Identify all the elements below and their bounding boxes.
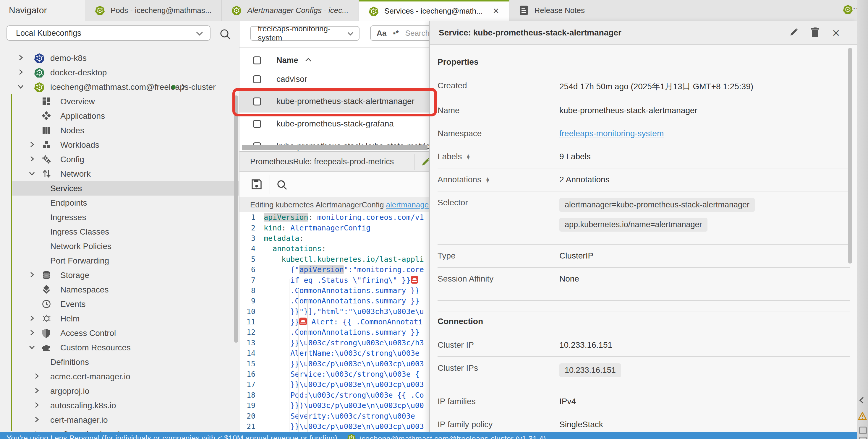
tab-4[interactable]: Release Notes xyxy=(509,0,595,21)
warning-triangle-icon[interactable] xyxy=(858,412,867,421)
cluster-tree: demo-k8s docker-desktop icecheng@mathmas… xyxy=(0,51,240,432)
tab-bar: Pods - icecheng@mathmas... Alertmanager … xyxy=(85,0,857,21)
close-icon[interactable]: ✕ xyxy=(832,27,840,39)
sidebar-item-events[interactable]: Events xyxy=(0,297,240,311)
select-all-checkbox[interactable] xyxy=(253,57,261,64)
chevron-right-icon[interactable] xyxy=(33,387,42,396)
sidebar-item-applications[interactable]: Applications xyxy=(0,109,240,123)
sidebar-item-namespaces[interactable]: Namespaces xyxy=(0,282,240,297)
tab-label: Release Notes xyxy=(534,6,585,15)
sort-updown-icon[interactable]: ▲▼ xyxy=(486,177,490,182)
service-row[interactable]: kube-prometheus-stack-alertmanager xyxy=(240,91,429,113)
sidebar-item-ingress-classes[interactable]: Ingress Classes xyxy=(0,225,240,239)
code-line: 7 if eq .Status \"firing\" }} xyxy=(240,275,429,285)
sidebar-item-helm[interactable]: Helm xyxy=(0,311,240,326)
detail-value: 10.233.16.151 xyxy=(559,340,612,350)
sidebar-item-access-control[interactable]: Access Control xyxy=(0,326,240,340)
alertmanager-config-link[interactable]: alertmanager xyxy=(386,200,429,209)
detail-label: Session Affinity xyxy=(438,274,559,283)
detail-row-selector: Selectoralertmanager=kube-prometheus-sta… xyxy=(438,192,850,245)
chevron-left-icon[interactable] xyxy=(858,397,866,405)
tab-3[interactable]: Services - icecheng@math...✕ xyxy=(359,0,510,21)
details-scrollbar[interactable] xyxy=(848,48,852,264)
sidebar-item-definitions[interactable]: Definitions xyxy=(0,355,240,369)
row-checkbox[interactable] xyxy=(253,98,261,105)
tab-2[interactable]: Alertmanager Configs - icec... xyxy=(222,0,359,21)
horizontal-scrollbar[interactable] xyxy=(242,145,428,150)
sidebar-item-custom-resources[interactable]: Custom Resources xyxy=(0,340,240,355)
chevron-right-icon[interactable] xyxy=(17,54,26,63)
sidebar-item-overview[interactable]: Overview xyxy=(0,94,240,109)
chevron-down-icon xyxy=(348,30,353,35)
sidebar-item-ingresses[interactable]: Ingresses xyxy=(0,210,240,225)
sidebar-item-demo-k8s[interactable]: demo-k8s xyxy=(0,51,240,65)
sidebar-item-services[interactable]: Services xyxy=(12,181,240,196)
sort-asc-icon[interactable] xyxy=(305,57,312,63)
sidebar-item-configuration-konghq-com[interactable]: configuration.konghq.com xyxy=(0,427,240,432)
service-row[interactable]: kube-prometheus-stack-grafana xyxy=(240,113,429,135)
chevron-right-icon[interactable] xyxy=(28,329,37,338)
edit-pencil-icon[interactable] xyxy=(789,28,798,38)
sidebar-item-docker-desktop[interactable]: docker-desktop xyxy=(0,65,240,80)
regex-toggle[interactable]: ▪* xyxy=(393,29,399,38)
sidebar-item-port-forwarding[interactable]: Port Forwarding xyxy=(0,254,240,268)
chevron-right-icon[interactable] xyxy=(33,372,42,381)
detail-row-ip-families: IP familiesIPv4 xyxy=(438,390,850,413)
editor-search-icon[interactable] xyxy=(276,179,288,192)
sidebar-scrollbar[interactable] xyxy=(234,95,238,343)
detail-value: 2 Annotations xyxy=(559,175,610,184)
match-case-toggle[interactable]: Aa xyxy=(377,29,386,38)
chevron-down-icon[interactable] xyxy=(28,343,37,352)
chevron-down-icon[interactable] xyxy=(17,83,26,92)
sidebar-item-storage[interactable]: Storage xyxy=(0,268,240,282)
chevron-right-icon[interactable] xyxy=(28,314,37,323)
overflow-tab[interactable] xyxy=(843,5,852,14)
chevron-right-icon[interactable] xyxy=(180,83,187,92)
sidebar-item-cert-manager-io[interactable]: cert-manager.io xyxy=(0,413,240,427)
cluster-status-text: icecheng@mathmast.com@freeleaps-cluster … xyxy=(360,434,546,439)
chevron-right-icon[interactable] xyxy=(28,141,37,149)
sidebar-item-network[interactable]: Network xyxy=(0,167,240,181)
tab-1[interactable]: Pods - icecheng@mathmas... xyxy=(85,0,222,21)
sidebar-item-config[interactable]: Config xyxy=(0,152,240,167)
row-checkbox[interactable] xyxy=(253,75,261,83)
save-icon[interactable] xyxy=(251,178,262,192)
divider xyxy=(270,175,270,194)
detail-label: Cluster IPs xyxy=(438,363,559,373)
close-tab-icon[interactable]: ✕ xyxy=(493,6,499,16)
sidebar-item-label: cert-manager.io xyxy=(50,415,108,425)
editor-dock-title[interactable]: PrometheusRule: freepeals-prod-metrics xyxy=(250,157,394,166)
delete-trash-icon[interactable] xyxy=(811,28,819,39)
details-body: PropertiesCreated254d 17h 50m ago (2025年… xyxy=(430,45,850,439)
chevron-right-icon[interactable] xyxy=(28,271,37,280)
sidebar-item-icecheng-mathmast-com-freeleaps-cluster[interactable]: icecheng@mathmast.com@freeleaps-cluster xyxy=(0,80,240,94)
chevron-right-icon[interactable] xyxy=(33,416,42,425)
chevron-right-icon[interactable] xyxy=(33,401,42,410)
yaml-editor[interactable]: 1 apiVersion: monitoring.coreos.com/v12 … xyxy=(240,212,429,432)
sidebar-item-argoproj-io[interactable]: argoproj.io xyxy=(0,384,240,398)
partial-control-icon[interactable] xyxy=(859,427,867,434)
kubeconfig-select[interactable]: Local Kubeconfigs xyxy=(6,25,211,41)
name-column-header[interactable]: Name xyxy=(276,56,298,65)
chevron-right-icon[interactable] xyxy=(28,155,37,164)
sidebar-item-acme-cert-manager-io[interactable]: acme.cert-manager.io xyxy=(0,369,240,384)
detail-label: Selector xyxy=(438,198,559,207)
sort-updown-icon[interactable]: ▲▼ xyxy=(466,154,471,159)
sidebar-item-network-policies[interactable]: Network Policies xyxy=(0,239,240,254)
search-icon[interactable] xyxy=(219,28,231,41)
service-row[interactable]: cadvisor xyxy=(240,69,429,91)
partial-control-icon[interactable] xyxy=(859,437,867,439)
edit-pencil-icon[interactable] xyxy=(421,157,429,168)
sidebar-item-endpoints[interactable]: Endpoints xyxy=(0,196,240,210)
chevron-down-icon[interactable] xyxy=(28,170,37,178)
section-heading: Connection xyxy=(438,311,850,334)
namespace-link[interactable]: freeleaps-monitoring-system xyxy=(559,129,664,138)
chevron-right-icon[interactable] xyxy=(17,68,26,77)
row-checkbox[interactable] xyxy=(253,120,261,128)
search-input[interactable]: Aa ▪* Search xyxy=(370,25,429,41)
sidebar-item-workloads[interactable]: Workloads xyxy=(0,138,240,152)
sidebar-item-autoscaling-k8s-io[interactable]: autoscaling.k8s.io xyxy=(0,398,240,413)
namespace-select[interactable]: freeleaps-monitoring-system xyxy=(250,26,360,41)
code-line: 18 Pod:\u003c/strong\u003e {{ .Co xyxy=(240,390,429,400)
sidebar-item-nodes[interactable]: Nodes xyxy=(0,123,240,138)
